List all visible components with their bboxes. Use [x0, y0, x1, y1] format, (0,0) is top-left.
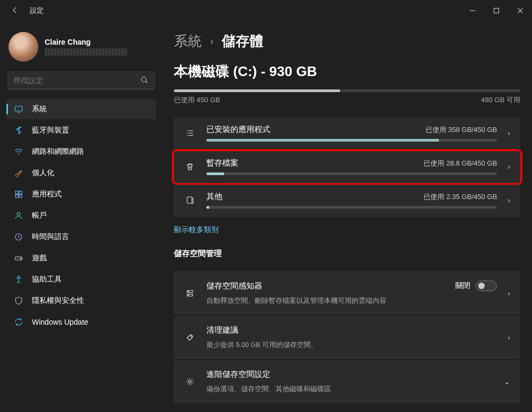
category-bar: [206, 139, 497, 142]
person-icon: [13, 211, 24, 220]
show-more-categories-link[interactable]: 顯示較多類別: [174, 225, 219, 235]
nav-label: Windows Update: [32, 318, 88, 326]
svg-point-13: [18, 276, 20, 277]
disk-used-label: 已使用 450 GB: [174, 95, 220, 105]
mgmt-storage-sense[interactable]: 儲存空間感知器 關閉 自動釋放空間、刪除暫存檔案以及管理本機可用的雲端內容 ›: [174, 271, 520, 315]
nav-accessibility[interactable]: 協助工具: [6, 269, 156, 290]
search-input[interactable]: [7, 71, 155, 89]
svg-rect-6: [15, 195, 18, 197]
chevron-down-icon: ⌄: [503, 377, 511, 386]
brush-icon: [13, 168, 24, 178]
category-bar: [206, 172, 497, 175]
back-button[interactable]: [9, 5, 21, 17]
storage-sense-toggle[interactable]: [476, 281, 497, 291]
nav-network[interactable]: 網路和網際網路: [6, 142, 156, 162]
mgmt-cleanup[interactable]: 清理建議 最少提供 5.00 GB 可用的儲存空間。 ›: [174, 316, 520, 359]
disk-title: 本機磁碟 (C:) - 930 GB: [174, 62, 520, 81]
breadcrumb: 系統 › 儲存體: [174, 32, 520, 51]
accessibility-icon: [13, 275, 24, 284]
disk-usage-fill: [174, 89, 340, 92]
minimize-button[interactable]: [460, 0, 484, 21]
chevron-right-icon: ›: [506, 289, 511, 298]
svg-rect-0: [494, 9, 498, 13]
window-title: 設定: [30, 6, 44, 15]
breadcrumb-root[interactable]: 系統: [174, 32, 202, 51]
nav-label: 協助工具: [32, 275, 62, 284]
mgmt-title: 清理建議: [206, 325, 238, 335]
update-icon: [13, 317, 24, 327]
gamepad-icon: [13, 253, 24, 263]
mgmt-sub: 備份選項、儲存空間、其他磁碟和磁碟區: [206, 385, 493, 394]
close-button[interactable]: [508, 0, 532, 21]
category-bar: [206, 206, 497, 209]
bluetooth-icon: [13, 126, 24, 135]
nav-bluetooth[interactable]: 藍牙與裝置: [6, 120, 156, 141]
nav-system[interactable]: 系統: [6, 99, 156, 119]
chevron-right-icon: ›: [506, 129, 511, 137]
sidebar: Claire Chang 系統 藍牙與裝置 網路和網際網路: [0, 21, 162, 412]
nav-list: 系統 藍牙與裝置 網路和網際網路 個人化 應用程式 帳戶: [6, 99, 156, 332]
nav-time-language[interactable]: 時間與語言: [6, 227, 156, 247]
profile[interactable]: Claire Chang: [6, 26, 156, 71]
category-other[interactable]: 其他 已使用 2.35 GB/450 GB ›: [174, 185, 520, 217]
category-temp-files[interactable]: 暫存檔案 已使用 28.8 GB/450 GB ›: [174, 151, 520, 183]
main: 系統 › 儲存體 本機磁碟 (C:) - 930 GB 已使用 450 GB 4…: [162, 21, 532, 412]
svg-point-1: [142, 77, 146, 81]
chevron-right-icon: ›: [506, 333, 511, 342]
nav-label: 應用程式: [32, 189, 62, 199]
disk-usage-bar: [174, 89, 520, 92]
category-used: 已使用 28.8 GB/450 GB: [423, 159, 497, 168]
clock-icon: [13, 232, 24, 242]
profile-email-redacted: [45, 48, 128, 56]
svg-rect-2: [15, 106, 22, 111]
svg-point-17: [188, 291, 188, 292]
apps-icon: [13, 189, 24, 199]
broom-icon: [183, 333, 197, 342]
nav-accounts[interactable]: 帳戶: [6, 205, 156, 226]
storage-management-title: 儲存空間管理: [174, 249, 520, 259]
trash-icon: [183, 162, 197, 171]
profile-name: Claire Chang: [45, 38, 128, 46]
gear-icon: [183, 377, 197, 386]
svg-point-18: [188, 294, 188, 295]
folder-icon: [183, 195, 197, 205]
svg-point-19: [189, 381, 192, 383]
shield-icon: [13, 296, 24, 306]
nav-label: 帳戶: [32, 211, 47, 220]
nav-label: 個人化: [32, 168, 54, 178]
search-field[interactable]: [13, 76, 139, 85]
titlebar: 設定: [0, 0, 532, 21]
apps-list-icon: [183, 128, 197, 138]
chevron-right-icon: ›: [506, 196, 511, 204]
nav-personalization[interactable]: 個人化: [6, 163, 156, 183]
svg-rect-5: [19, 191, 22, 194]
category-title: 已安裝的應用程式: [206, 125, 270, 135]
disk-free-label: 480 GB 可用: [481, 95, 520, 105]
system-icon: [13, 104, 24, 114]
nav-label: 隱私權與安全性: [32, 296, 84, 306]
nav-label: 時間與語言: [32, 232, 69, 242]
toggle-label: 關閉: [455, 281, 470, 291]
maximize-button[interactable]: [484, 0, 508, 21]
chevron-right-icon: ›: [210, 36, 213, 47]
svg-point-11: [20, 258, 21, 259]
breadcrumb-page: 儲存體: [222, 32, 263, 51]
storage-sense-icon: [183, 289, 197, 298]
category-title: 其他: [206, 192, 222, 202]
storage-categories: 已安裝的應用程式 已使用 358 GB/450 GB › 暫存檔案 已使用 28…: [174, 118, 520, 217]
avatar: [9, 32, 38, 62]
nav-label: 遊戲: [32, 253, 47, 263]
mgmt-advanced[interactable]: 進階儲存空間設定 備份選項、儲存空間、其他磁碟和磁碟區 ⌄: [174, 360, 520, 403]
svg-point-8: [17, 212, 20, 216]
category-used: 已使用 2.35 GB/450 GB: [423, 192, 497, 202]
category-installed-apps[interactable]: 已安裝的應用程式 已使用 358 GB/450 GB ›: [174, 118, 520, 150]
nav-label: 系統: [32, 104, 47, 114]
nav-gaming[interactable]: 遊戲: [6, 248, 156, 268]
nav-privacy[interactable]: 隱私權與安全性: [6, 291, 156, 311]
category-used: 已使用 358 GB/450 GB: [426, 125, 497, 135]
nav-windows-update[interactable]: Windows Update: [6, 312, 156, 332]
mgmt-sub: 最少提供 5.00 GB 可用的儲存空間。: [206, 341, 497, 350]
nav-apps[interactable]: 應用程式: [6, 184, 156, 204]
wifi-icon: [13, 147, 24, 156]
nav-label: 網路和網際網路: [32, 147, 84, 156]
